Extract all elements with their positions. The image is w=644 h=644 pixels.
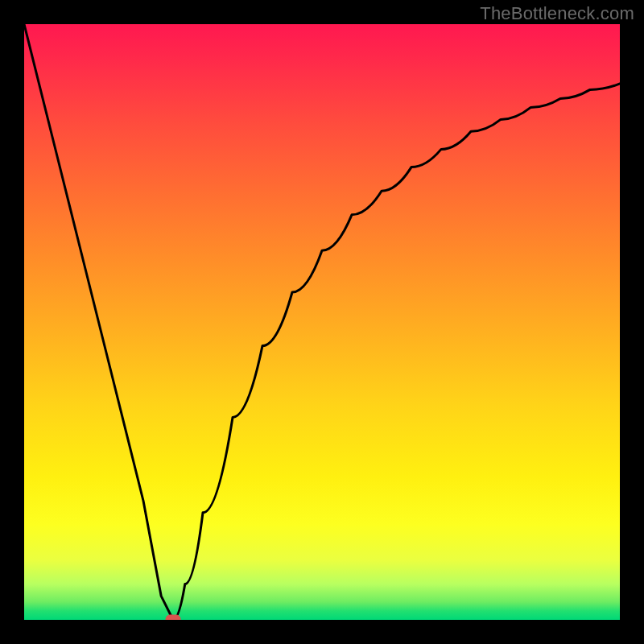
- plot-area: [24, 24, 620, 620]
- chart-frame: TheBottleneck.com: [0, 0, 644, 644]
- bottleneck-curve: [24, 24, 620, 620]
- optimal-point-marker: [166, 615, 180, 620]
- curve-layer: [24, 24, 620, 620]
- watermark-text: TheBottleneck.com: [480, 3, 634, 24]
